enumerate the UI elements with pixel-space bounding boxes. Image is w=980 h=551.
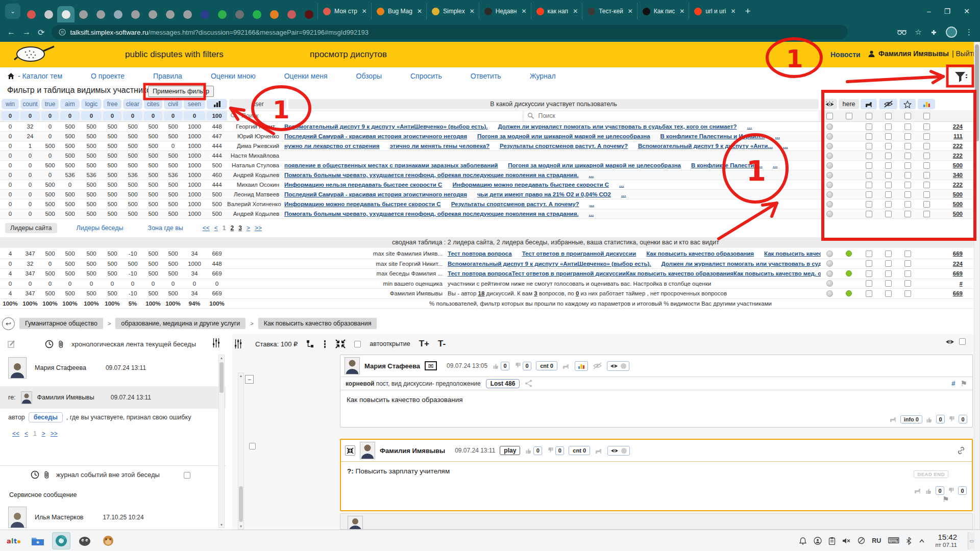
lost-badge[interactable]: Lost 486 — [486, 379, 520, 388]
visibility-radio[interactable] — [826, 143, 833, 149]
checkbox[interactable] — [885, 153, 892, 159]
nav-item[interactable]: Оценки меня — [284, 72, 328, 80]
checkbox[interactable] — [866, 251, 872, 257]
checkbox[interactable] — [885, 280, 892, 287]
stat-link[interactable]: 18 — [478, 290, 485, 296]
checkbox[interactable] — [904, 211, 911, 217]
journal-checkbox[interactable] — [184, 472, 190, 479]
visibility-radio[interactable] — [826, 182, 833, 188]
news-link[interactable]: Новости — [830, 51, 861, 59]
discussion-link[interactable]: этично ли менять гены человека? — [389, 143, 489, 149]
close-button[interactable]: ✕ — [964, 7, 970, 15]
column-header[interactable]: cites — [144, 99, 162, 109]
filter-value[interactable]: 0 — [81, 111, 102, 120]
dislike-count[interactable]: 0 — [959, 415, 967, 423]
tab-talk-leaders[interactable]: Лидеры беседы — [71, 223, 129, 233]
checkbox[interactable] — [866, 280, 872, 287]
checkbox[interactable] — [885, 201, 892, 208]
discussion-link[interactable]: ... — [589, 211, 594, 217]
user-name[interactable]: Дима Ржевский — [227, 143, 284, 149]
checkbox[interactable] — [904, 133, 911, 140]
nav-item[interactable]: Правила — [153, 72, 182, 80]
checkbox[interactable] — [923, 162, 930, 169]
nav-item[interactable]: Журнал — [530, 72, 556, 80]
rating-link[interactable]: 224 — [953, 123, 963, 130]
page-link[interactable]: << — [203, 224, 210, 232]
checkbox[interactable] — [885, 191, 892, 198]
checkbox[interactable] — [866, 211, 872, 217]
rating-link[interactable]: 500 — [953, 191, 963, 197]
user-account[interactable]: Фамилия Имявывы | Выйти — [868, 49, 977, 58]
profile-avatar[interactable] — [946, 27, 957, 38]
checkbox[interactable] — [866, 143, 872, 149]
filter-value[interactable]: 0 — [184, 111, 205, 120]
apply-filter-button[interactable]: Применить фильтр — [148, 86, 214, 97]
visibility-radio[interactable] — [826, 280, 833, 287]
nav-item[interactable]: Обзоры — [356, 72, 382, 80]
discussion-link[interactable]: Вспомогательный диспут 9 к диспуту «Анти… — [448, 261, 651, 267]
tab-close-icon[interactable]: ✕ — [628, 8, 633, 15]
logout-link[interactable]: | Выйти — [952, 49, 977, 58]
checkbox[interactable] — [866, 260, 872, 267]
autoopen-checkbox[interactable] — [354, 341, 361, 347]
rating-link[interactable]: 669 — [953, 270, 963, 277]
checkbox[interactable] — [904, 172, 911, 179]
pinned-tab-site-red[interactable] — [22, 6, 40, 22]
checkbox[interactable] — [885, 182, 892, 188]
chevron-up-icon[interactable] — [918, 538, 925, 543]
visibility-radio[interactable] — [826, 260, 833, 267]
tab-close-icon[interactable]: ✕ — [679, 8, 684, 15]
collapse-all-icon[interactable] — [335, 339, 346, 348]
filter-value[interactable]: 100 — [207, 111, 227, 120]
rating-link[interactable]: 669 — [953, 251, 963, 257]
filter-value[interactable]: 0 — [41, 111, 59, 120]
chat-settings-sliders-icon[interactable] — [212, 338, 220, 348]
bluetooth-icon[interactable] — [906, 537, 912, 545]
user-name[interactable]: Михаил Осокин — [227, 182, 284, 188]
rating-link[interactable]: 111 — [953, 133, 963, 139]
browser-tab[interactable]: Тест-кей✕ — [582, 3, 637, 19]
discussion-link[interactable]: Последний Самурай - красивая история эго… — [284, 191, 467, 197]
message-select-checkbox[interactable] — [249, 443, 256, 449]
like-control[interactable]: 0 — [492, 362, 509, 370]
discussion-link[interactable]: ... — [590, 201, 595, 207]
checkbox[interactable] — [866, 270, 872, 277]
chart-column-icon[interactable] — [207, 99, 227, 109]
tab-close-icon[interactable]: ✕ — [362, 8, 367, 15]
tab-close-icon[interactable]: ✕ — [470, 8, 475, 15]
filter-value[interactable]: 0 — [164, 111, 182, 120]
envelope-icon[interactable]: ✉ — [425, 361, 437, 370]
discussion-link[interactable]: Тест повтора вопросаТест ответов в проиг… — [448, 270, 821, 277]
filter-value[interactable]: 0 — [123, 111, 142, 120]
taskbar-clock[interactable]: 15:42 пт 07.11 — [935, 533, 957, 548]
checkbox[interactable] — [885, 172, 892, 179]
cnt-badge[interactable]: cnt 0 — [569, 446, 590, 455]
filter-value[interactable]: 0 — [20, 111, 40, 120]
share-icon[interactable] — [525, 380, 532, 387]
checkbox[interactable] — [904, 182, 911, 188]
checkbox[interactable] — [904, 270, 911, 277]
rating-link[interactable]: # — [960, 281, 963, 287]
column-header[interactable]: clear — [123, 99, 142, 109]
tab-search-button[interactable]: ⌄ — [5, 4, 20, 19]
visibility-radio[interactable] — [826, 162, 833, 169]
keyboard-icon[interactable]: ⌨ — [888, 536, 899, 545]
discussion-link[interactable]: ... — [775, 133, 780, 139]
discussion-link[interactable]: Вспомогательный диспут 9 к диспуту «Анти… — [638, 143, 773, 149]
filter-value[interactable]: 0 — [144, 111, 162, 120]
discussion-link[interactable]: нужно ли лекарство от старения — [284, 143, 379, 149]
dog-icon[interactable] — [562, 363, 570, 369]
show-desktop-button[interactable]: ▭ — [968, 532, 975, 549]
flat-view-icon[interactable] — [323, 340, 327, 348]
text-larger-button[interactable]: T+ — [419, 339, 429, 349]
checkbox[interactable] — [885, 162, 892, 169]
rating-link[interactable]: 222 — [953, 182, 963, 188]
chat-page-link[interactable]: << — [12, 430, 19, 437]
link-icon[interactable] — [957, 446, 966, 455]
user-column-header[interactable]: user — [229, 99, 286, 109]
checkbox[interactable] — [904, 162, 911, 169]
checkbox[interactable] — [923, 133, 930, 140]
checkbox[interactable] — [904, 113, 911, 119]
discussion-link[interactable]: Помогать больным чревато, ухудшается ген… — [284, 211, 579, 217]
discussion-link[interactable]: Как повысить качество образования — [646, 251, 754, 257]
